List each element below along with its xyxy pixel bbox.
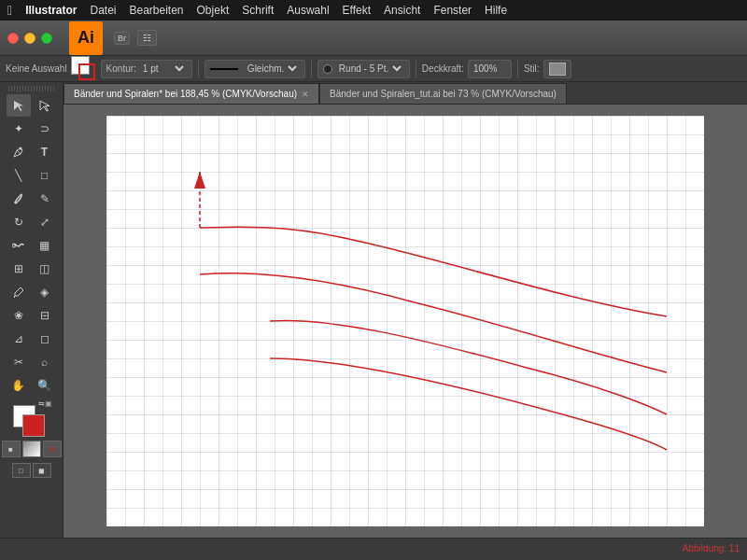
stroke-style-dropdown[interactable]: Gleichm. Pinsel: [204, 60, 305, 78]
magic-wand-tool[interactable]: ✦: [7, 118, 31, 140]
stil-swatch[interactable]: [543, 60, 571, 78]
menu-hilfe[interactable]: Hilfe: [485, 4, 507, 17]
direct-selection-tool[interactable]: [33, 94, 57, 117]
close-button[interactable]: [7, 33, 19, 44]
slice-tool[interactable]: ⊿: [7, 328, 31, 350]
toolbox-handle: [8, 86, 55, 91]
upper-band-curve: [200, 227, 667, 316]
blend-tool[interactable]: ◈: [33, 281, 57, 303]
scale-tool[interactable]: ⤢: [33, 211, 57, 233]
fullscreen-mode-btn[interactable]: ◼: [33, 463, 51, 478]
line-tool[interactable]: ╲: [7, 164, 31, 187]
canvas-wrapper[interactable]: [63, 105, 747, 538]
color-controls: ▣ ⇆ ■ ◫ ⊘ □ ◼: [2, 401, 62, 478]
hand-tool[interactable]: ✋: [7, 374, 31, 397]
pencil-tool[interactable]: ✎: [33, 188, 57, 210]
menu-fenster[interactable]: Fenster: [433, 4, 472, 17]
tab-bar: Bänder und Spiralen* bei 188,45 % (CMYK/…: [63, 82, 747, 105]
toolbox: ✦ ⊃ T ╲ □ ✎ ↻ ⤢ ▦: [0, 82, 63, 538]
stroke-style-select[interactable]: Gleichm. Pinsel: [244, 63, 300, 75]
canvas-area: Bänder und Spiralen* bei 188,45 % (CMYK/…: [63, 82, 747, 538]
status-bar: Abbildung: 11: [0, 538, 747, 558]
br-badge[interactable]: Br: [114, 32, 130, 45]
keine-auswahl-label: Keine Auswahl: [6, 63, 67, 74]
brush-dropdown[interactable]: Rund - 5 Pt. Rund - 1 Pt. Rund - 3 Pt.: [317, 60, 410, 78]
second-upper-curve: [270, 320, 667, 414]
kontur-label: Kontur:: [106, 63, 136, 74]
svg-point-0: [19, 147, 21, 150]
symbol-tool[interactable]: ❀: [7, 304, 31, 327]
deckkraft-value[interactable]: [473, 63, 506, 74]
minimize-button[interactable]: [24, 33, 35, 44]
gradient-mode-btn[interactable]: ◫: [22, 441, 41, 457]
rect-tool[interactable]: □: [33, 164, 57, 187]
second-lower-curve: [270, 358, 667, 450]
main-area: ✦ ⊃ T ╲ □ ✎ ↻ ⤢ ▦: [0, 82, 747, 538]
tab-1-label: Bänder und Spiralen_tut.ai bei 73 % (CMY…: [330, 89, 557, 99]
default-colors-icon[interactable]: ▣: [45, 399, 52, 408]
rotate-tool[interactable]: ↻: [7, 211, 31, 233]
maximize-button[interactable]: [41, 33, 52, 44]
stil-label: Stil:: [524, 63, 540, 74]
menu-ansicht[interactable]: Ansicht: [384, 4, 420, 17]
fill-stroke-boxes[interactable]: ▣ ⇆: [13, 401, 50, 439]
svg-point-1: [14, 203, 17, 204]
menu-bearbeiten[interactable]: Bearbeiten: [129, 4, 183, 17]
title-bar: Ai Br ☷: [0, 21, 747, 56]
brush-select[interactable]: Rund - 5 Pt. Rund - 1 Pt. Rund - 3 Pt.: [335, 63, 404, 75]
color-mode-buttons: ■ ◫ ⊘: [2, 441, 62, 457]
ai-logo: Ai: [69, 21, 103, 55]
kontur-dropdown[interactable]: Kontur: 1 pt 0.25 pt 0.5 pt 2 pt: [101, 60, 192, 78]
tab-0-close[interactable]: ✕: [302, 90, 309, 99]
normal-mode-btn[interactable]: □: [12, 463, 31, 478]
traffic-lights: [7, 33, 52, 44]
graph-tool[interactable]: ▦: [33, 234, 57, 257]
warp-tool[interactable]: [7, 234, 31, 257]
canvas[interactable]: [106, 116, 704, 526]
pen-tool[interactable]: [7, 141, 31, 163]
figure-label: Abbildung: 11: [683, 543, 740, 553]
tab-1[interactable]: Bänder und Spiralen_tut.ai bei 73 % (CMY…: [319, 83, 567, 104]
zoom-tool[interactable]: ⌕: [33, 351, 57, 373]
brush-tool[interactable]: [7, 188, 31, 210]
swap-colors-icon[interactable]: ⇆: [38, 399, 45, 408]
menu-effekt[interactable]: Effekt: [343, 4, 371, 17]
kontur-select[interactable]: 1 pt 0.25 pt 0.5 pt 2 pt: [139, 63, 187, 75]
lasso-tool[interactable]: ⊃: [33, 118, 57, 140]
toolbar: Keine Auswahl Kontur: 1 pt 0.25 pt 0.5 p…: [0, 56, 747, 82]
deckkraft-label: Deckkraft:: [422, 63, 464, 74]
column-tool[interactable]: ⊟: [33, 304, 57, 327]
menu-objekt[interactable]: Objekt: [197, 4, 230, 17]
type-tool[interactable]: T: [33, 141, 57, 163]
eraser-tool[interactable]: ◻: [33, 328, 57, 350]
lower-band-curve: [200, 273, 667, 372]
grid-button[interactable]: ☷: [137, 30, 157, 46]
menu-bar:  Illustrator Datei Bearbeiten Objekt Sc…: [0, 0, 747, 21]
app-name: Illustrator: [25, 4, 77, 17]
fill-stroke-selector[interactable]: [71, 56, 97, 82]
menu-datei[interactable]: Datei: [90, 4, 116, 17]
none-mode-btn[interactable]: ⊘: [43, 441, 62, 457]
menu-schrift[interactable]: Schrift: [242, 4, 274, 17]
tab-0-label: Bänder und Spiralen* bei 188,45 % (CMYK/…: [74, 89, 297, 99]
eyedropper-tool[interactable]: [7, 281, 31, 303]
zoom-tool-2[interactable]: 🔍: [33, 374, 57, 397]
selection-tool[interactable]: [7, 94, 31, 117]
tab-0[interactable]: Bänder und Spiralen* bei 188,45 % (CMYK/…: [63, 83, 319, 104]
stroke-color-box[interactable]: [22, 414, 45, 437]
apple-menu[interactable]: : [7, 3, 12, 18]
menu-auswahl[interactable]: Auswahl: [287, 4, 329, 17]
screen-mode-buttons: □ ◼: [12, 463, 51, 478]
scissors-tool[interactable]: ✂: [7, 351, 31, 373]
deckkraft-input[interactable]: [468, 60, 512, 78]
color-mode-btn[interactable]: ■: [2, 441, 21, 457]
mesh-tool[interactable]: ⊞: [7, 258, 31, 280]
gradient-tool[interactable]: ◫: [33, 258, 57, 280]
